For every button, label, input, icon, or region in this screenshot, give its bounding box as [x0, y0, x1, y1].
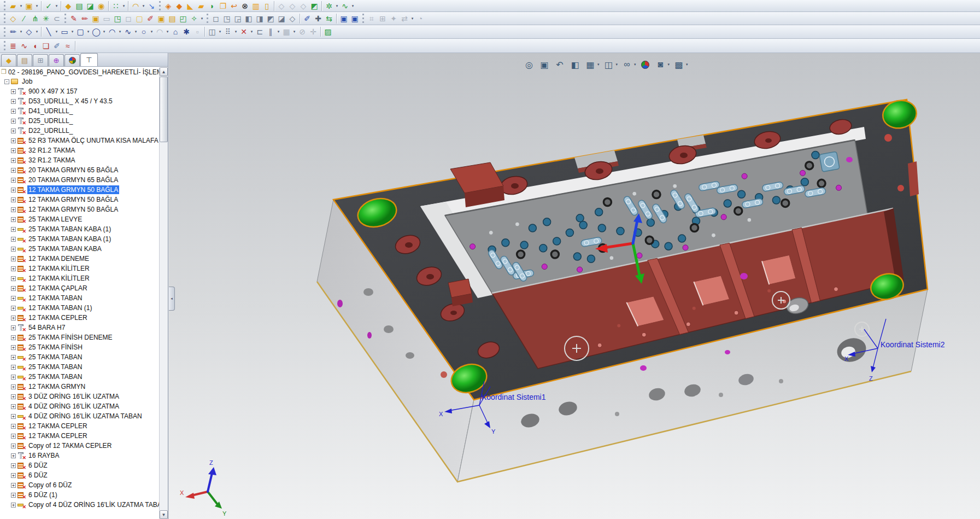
arc-icon-dropdown[interactable]: ▾ [118, 26, 122, 37]
toolbar-grip[interactable] [4, 1, 5, 10]
tree-expander[interactable]: + [11, 365, 16, 370]
tree-item[interactable]: +✕D53_UDRLLL_ X 45 / Y 43.5 [0, 96, 159, 106]
tree-item-label[interactable]: 25 TAKMA FİNİSH DENEME [27, 333, 114, 342]
tree-expander[interactable]: + [11, 306, 16, 311]
tree-item-label[interactable]: D53_UDRLLL_ X 45 / Y 43.5 [27, 97, 114, 106]
sketch-blue-icon[interactable]: ✐ [302, 13, 313, 24]
view-orientation-icon-dropdown[interactable]: ▾ [597, 62, 600, 67]
sketch-picture-icon[interactable]: ▣ [90, 13, 101, 24]
tree-expander[interactable]: + [11, 129, 16, 133]
tree-item[interactable]: +✕25 TAKMA LEVYE [0, 214, 159, 224]
tree-item-label[interactable]: 52 R3 TAKMA ÖLÇ UNUTMA KISA MALAFA [27, 136, 159, 145]
tree-item[interactable]: +✕4 DÜZ ORİNG 16'LİK UZATMA [0, 401, 159, 411]
tree-item[interactable]: +✕12 TAKMA GRMYN 50 BAĞLA [0, 205, 159, 214]
view-wireframe-icon[interactable]: ◻ [210, 13, 221, 24]
tree-item[interactable]: +✕12 TAKMA ÇAPLAR [0, 283, 159, 293]
tree-item[interactable]: +✕6 DÜZ [0, 460, 159, 470]
tree-item-label[interactable]: 12 TAKMA DENEME [27, 254, 90, 263]
delete-face-icon[interactable]: ⊗ [239, 1, 250, 11]
reference-plane-icon[interactable]: ◇ [8, 13, 19, 24]
view-shaded-icon[interactable]: ◨ [254, 13, 265, 24]
tree-item[interactable]: +✕3 DÜZ ORİNG 16'LİK UZATMA [0, 392, 159, 401]
tree-expander[interactable]: + [11, 138, 16, 143]
tree-expander[interactable]: + [11, 434, 16, 439]
tree-item-label[interactable]: 32 R1.2 TAKMA [27, 146, 77, 155]
tree-item[interactable]: +✕25 TAKMA TABAN KABA (1) [0, 224, 159, 234]
confirm-feature-icon[interactable]: ◩ [309, 1, 320, 11]
tree-item[interactable]: +✕12 TAKMA KİLİTLER [0, 273, 159, 283]
configurationmanager-tab[interactable]: ⊞ [33, 54, 48, 66]
select-box-1-icon[interactable]: ▣ [338, 13, 349, 24]
tree-item-label[interactable]: 25 TAKMA TABAN KABA [27, 244, 103, 253]
extruded-boss-icon[interactable]: ▤ [74, 1, 85, 11]
new-sketch-icon-dropdown[interactable]: ▾ [199, 13, 204, 24]
tree-item-label[interactable]: 16 RAYBA [27, 451, 60, 460]
tree-expander[interactable]: + [11, 237, 16, 242]
zoom-to-fit-icon[interactable]: ◎ [523, 59, 535, 71]
gray-feature-2-icon[interactable]: ◇ [287, 1, 298, 11]
tree-expander[interactable]: + [11, 266, 16, 271]
tree-expander[interactable]: + [11, 178, 16, 183]
ellipse-icon[interactable]: ○ [138, 26, 149, 37]
lofted-bend-icon[interactable]: ▰ [196, 1, 207, 11]
tree-item[interactable]: -Job [0, 77, 159, 86]
sketched-bend-icon[interactable]: ↩ [228, 1, 239, 11]
save-icon-dropdown[interactable]: ▾ [34, 1, 39, 11]
helix-icon-dropdown[interactable]: ▾ [350, 1, 355, 11]
tree-item[interactable]: +✕6 DÜZ (1) [0, 490, 159, 500]
tree-item[interactable]: +✕D22_UDRLLL_ [0, 126, 159, 136]
tree-expander[interactable]: + [11, 316, 16, 320]
reference-axis-icon[interactable]: ⁄ [19, 13, 30, 24]
tree-expander[interactable]: + [11, 148, 16, 153]
toolbar-grip[interactable] [4, 27, 5, 37]
tree-expander[interactable]: + [11, 414, 16, 419]
tree-item[interactable]: +✕D25_UDRLLL_ [0, 116, 159, 126]
tree-item[interactable]: +✕25 TAKMA TABAN KABA (1) [0, 234, 159, 244]
tree-item-label[interactable]: 12 TAKMA CEPLER [27, 313, 89, 322]
tree-item-label[interactable]: 12 TAKMA GRMYN 50 BAĞLA [27, 195, 119, 204]
tree-expander[interactable]: + [11, 109, 16, 114]
fillet-icon[interactable]: ◠ [130, 1, 141, 11]
sketch-icon[interactable]: ✏ [8, 26, 19, 37]
smart-dimension-icon-dropdown[interactable]: ▾ [34, 26, 39, 37]
tree-item[interactable]: +✕20 TAKMA GRMYN 65 BAĞLA [0, 175, 159, 185]
graphics-viewport[interactable]: ◎▣↶◧▦▾◫▾∞▾◙▾▩▾ ◂ [169, 53, 980, 519]
tree-expander[interactable]: + [11, 444, 16, 448]
panel-splitter-handle[interactable]: ◂ [169, 287, 175, 311]
view-settings-icon-dropdown[interactable]: ▾ [686, 62, 688, 67]
tree-expander[interactable]: + [11, 207, 16, 212]
display-style-icon[interactable]: ◫ [603, 59, 615, 71]
sketch-fillet-icon[interactable]: ◠ [154, 26, 165, 37]
rapid-sketch-icon[interactable]: ▨ [322, 26, 333, 37]
tree-item[interactable]: +✕20 TAKMA GRMYN 65 BAĞLA [0, 165, 159, 175]
scrollbar-up-button[interactable]: ▲ [160, 67, 168, 76]
tree-item-label[interactable]: Copy of 6 DÜZ [27, 481, 73, 489]
tree-root-header[interactable]: ❒ 02 - 298196_PANO_GOVDESI_HAREKETLİ- İŞ… [0, 67, 159, 77]
dimxpert-tab[interactable]: ⊕ [49, 54, 64, 66]
toolbar-grip[interactable] [4, 14, 5, 23]
tree-item-label[interactable]: 900 X 497 X 157 [27, 87, 78, 96]
cut-extrude-icon[interactable]: ◪ [85, 1, 96, 11]
edit-appearance-icon[interactable] [639, 59, 652, 71]
mirror-entities-icon-dropdown[interactable]: ▾ [218, 26, 222, 37]
derived-part-icon[interactable]: ◳ [112, 13, 123, 24]
tree-item-label[interactable]: 12 TAKMA TABAN (1) [27, 304, 93, 312]
tree-item[interactable]: +✕12 TAKMA GRMYN 50 BAĞLA [0, 195, 159, 205]
tree-item-label[interactable]: 54 BARA H7 [27, 323, 66, 332]
tree-expander[interactable]: + [11, 473, 16, 478]
gray-plus-icon[interactable]: ⊞ [377, 13, 388, 24]
tree-item-label[interactable]: 12 TAKMA GRMYN [27, 382, 86, 391]
tree-item[interactable]: +✕12 TAKMA CEPLER [0, 421, 159, 431]
tree-expander[interactable]: + [11, 158, 16, 163]
circle-icon[interactable]: ◯ [91, 26, 102, 37]
rebuild-icon-dropdown[interactable]: ▾ [54, 1, 59, 11]
trim-entities-icon[interactable]: ✕ [238, 26, 249, 37]
repair-sketch-icon[interactable]: ✛ [308, 26, 319, 37]
tree-expander[interactable]: + [11, 463, 16, 468]
smart-dimension-icon[interactable]: ◇ [24, 26, 34, 37]
tree-item[interactable]: +✕16 RAYBA [0, 451, 159, 460]
ellipse-icon-dropdown[interactable]: ▾ [149, 26, 154, 37]
tree-item-label[interactable]: 4 DÜZ ORİNG 16'LİK UZATMA [27, 402, 120, 411]
mirror-entities-icon[interactable]: ◫ [207, 26, 218, 37]
solidcam-doc-icon[interactable]: ❏ [40, 40, 51, 51]
